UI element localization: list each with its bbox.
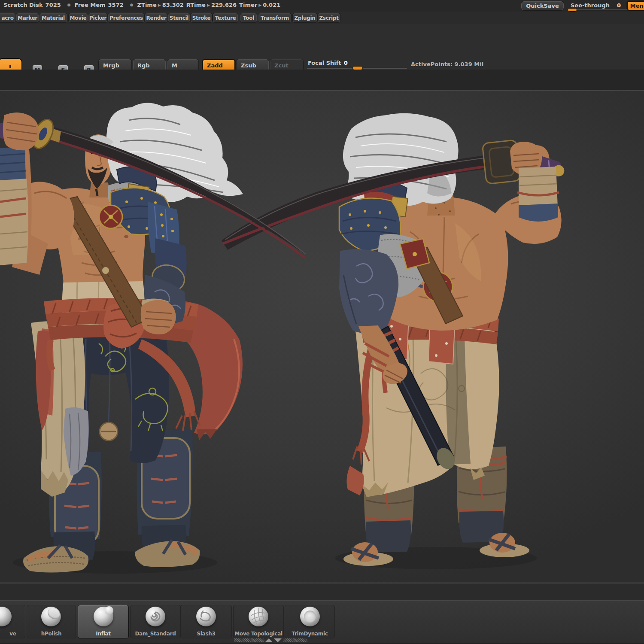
menu-item-picker[interactable]: Picker	[88, 13, 107, 22]
brush-label: hPolish	[27, 631, 76, 637]
arrow-icon: ▶	[158, 3, 161, 7]
active-points-readout: ActivePoints: 9.039 Mil	[411, 61, 483, 67]
brush-hpolish[interactable]: hPolish	[27, 605, 76, 638]
rtime-label: RTime	[186, 2, 206, 8]
bullet-separator-icon: ●	[67, 3, 71, 7]
brush-sphere-icon	[196, 607, 216, 626]
timer-value: 0.021	[263, 2, 280, 8]
focal-shift-label: Focal Shift0	[308, 60, 348, 66]
scratch-disk-value: 7025	[46, 2, 61, 8]
ztime-value: 83.302	[162, 2, 184, 8]
tray-scrollbar-left[interactable]	[234, 638, 264, 642]
brush-sphere-icon	[146, 607, 165, 626]
menu-bar: acro Marker Material Movie Picker Prefer…	[0, 12, 644, 24]
samurai-front-view	[0, 103, 308, 574]
brush-label: TrimDynamic	[285, 631, 334, 637]
free-mem-value: 3572	[108, 2, 124, 8]
brush-label: Slash3	[181, 631, 231, 637]
see-through-label: See-through	[571, 2, 610, 9]
menu-button[interactable]: Menu	[627, 1, 644, 11]
brush-label: Inflat	[78, 631, 128, 637]
ztime-label: ZTime	[137, 2, 157, 8]
brush-slash3[interactable]: Slash3	[180, 605, 232, 638]
top-tool-shelf: Draw M Move S Scale R Rotate Mrgb Rgb M …	[0, 24, 644, 70]
brush-label: Dam_Standard	[131, 631, 180, 637]
brush-sphere-icon	[247, 605, 270, 628]
brush-sphere-icon	[41, 607, 61, 626]
see-through-slider-handle[interactable]	[568, 8, 577, 12]
shelf-under-strip	[0, 70, 644, 90]
brush-dam-standard[interactable]: Dam_Standard	[130, 605, 181, 638]
menu-item-render[interactable]: Render	[145, 13, 167, 22]
zbrush-window: Scratch Disk7025●Free Mem3572●ZTime▶83.3…	[0, 0, 644, 644]
scratch-disk-label: Scratch Disk	[3, 2, 43, 8]
brush-move-topological[interactable]: Move Topological	[233, 605, 284, 638]
timer-label: Timer	[239, 2, 257, 8]
arrow-icon: ▶	[207, 3, 210, 7]
canvas-lower-strip	[0, 583, 644, 600]
quicksave-button[interactable]: QuickSave	[521, 1, 564, 10]
menu-item-tool[interactable]: Tool	[240, 13, 257, 22]
brush-sphere-icon	[300, 607, 320, 626]
menu-item-macro[interactable]: acro	[0, 13, 15, 22]
samurai-back-view	[222, 113, 567, 569]
samurai-sculpt-render	[0, 91, 644, 583]
brush-label: ve	[1, 631, 24, 637]
brush-sphere-icon	[94, 607, 113, 626]
status-bar: Scratch Disk7025●Free Mem3572●ZTime▶83.3…	[0, 0, 644, 12]
bullet-separator-icon: ●	[130, 3, 134, 7]
menu-item-transform[interactable]: Transform	[258, 13, 291, 22]
menu-item-texture[interactable]: Texture	[213, 13, 238, 22]
scroll-up-icon[interactable]	[265, 638, 273, 642]
see-through-value: 0	[617, 2, 621, 9]
tray-scrollbar-right[interactable]	[283, 638, 307, 642]
status-readouts: Scratch Disk7025●Free Mem3572●ZTime▶83.3…	[3, 2, 280, 8]
sculpt-canvas-viewport[interactable]	[0, 91, 644, 583]
brush-move-clipped[interactable]: ve	[0, 605, 25, 638]
free-mem-label: Free Mem	[75, 2, 106, 8]
menu-item-stencil[interactable]: Stencil	[168, 13, 190, 22]
brush-label: Move Topological	[234, 631, 283, 637]
menu-item-movie[interactable]: Movie	[69, 13, 88, 22]
menu-item-marker[interactable]: Marker	[16, 13, 39, 22]
menu-item-stroke[interactable]: Stroke	[191, 13, 212, 22]
rtime-value: 229.626	[211, 2, 237, 8]
active-points-value: 9.039 Mil	[455, 61, 484, 67]
menu-item-zscript[interactable]: Zscript	[318, 13, 340, 22]
menu-item-preferences[interactable]: Preferences	[108, 13, 144, 22]
menu-item-zplugin[interactable]: Zplugin	[293, 13, 317, 22]
brush-tray: ve hPolish Inflat Dam_Standard Slash3	[0, 600, 644, 644]
brush-inflat-selected[interactable]: Inflat	[78, 605, 129, 638]
menu-item-material[interactable]: Material	[39, 13, 67, 22]
focal-shift-value: 0	[344, 60, 348, 66]
arrow-icon: ▶	[258, 3, 261, 7]
scroll-down-icon[interactable]	[274, 638, 282, 642]
brush-trimdynamic[interactable]: TrimDynamic	[285, 605, 335, 638]
brush-sphere-icon	[0, 607, 12, 626]
